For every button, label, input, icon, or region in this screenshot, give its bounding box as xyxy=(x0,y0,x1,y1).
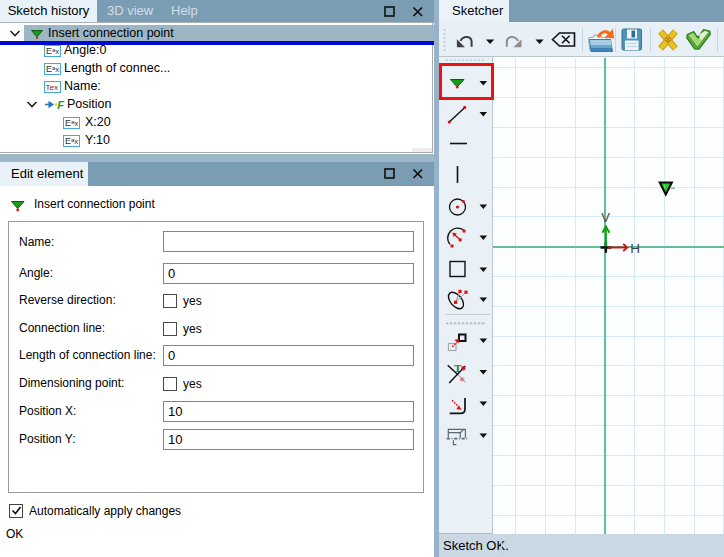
svg-text:F: F xyxy=(57,99,64,111)
svg-text:V: V xyxy=(601,210,610,225)
svg-text:Tex: Tex xyxy=(46,83,58,92)
svg-text:T: T xyxy=(454,363,461,374)
svg-text:H: H xyxy=(630,241,640,256)
